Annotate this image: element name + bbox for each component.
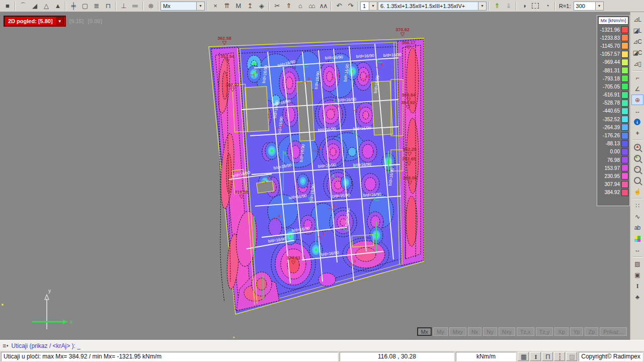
tree-icon[interactable]: ♣	[631, 292, 643, 302]
dimension-10-icon[interactable]: ↔	[631, 244, 643, 255]
dropdown-arrow-icon[interactable]: ▾	[369, 2, 377, 10]
section-toggle-icon[interactable]: Π	[542, 352, 553, 361]
bridge-icon[interactable]: ⌒	[17, 1, 28, 11]
roof-icon[interactable]: ⌂	[294, 1, 305, 11]
result-button-ny[interactable]: Ny	[483, 327, 497, 336]
mesh-box-icon[interactable]: ▢	[79, 1, 90, 11]
view-level-label-0[interactable]: [9.15]	[69, 18, 84, 24]
slope-fill-icon[interactable]: ◢	[29, 1, 40, 11]
angle-icon[interactable]: ∠	[631, 83, 643, 94]
toolbar-separator	[358, 2, 358, 11]
load-combination-combo[interactable]: 6. 1.35xI+1.35xII+1.5xIII+1.35xIV+▾	[378, 2, 487, 11]
axes-frame-icon[interactable]: ⌐	[631, 72, 643, 83]
max-value-marker: 382.97	[225, 82, 239, 87]
zoom-window-icon[interactable]	[631, 175, 643, 186]
target-crosshair-icon[interactable]: ⊕	[631, 95, 643, 105]
diagram-fill-center-icon[interactable]: ◪C	[631, 47, 643, 58]
legend-swatch	[621, 116, 628, 123]
bridge-icon-glyph: ⌒	[20, 3, 26, 9]
diagram-fill-left-icon[interactable]: ◪L	[631, 25, 643, 36]
tower-icon[interactable]: △	[40, 1, 51, 11]
close-circle-icon[interactable]: ⊗	[145, 1, 156, 11]
undo-icon[interactable]: ↶	[333, 1, 344, 11]
import-report-icon[interactable]: ⇑	[491, 1, 502, 11]
diagram-line-center-icon[interactable]: ⊿C	[631, 36, 643, 47]
support-icon[interactable]: ⊥	[118, 1, 129, 11]
diagram-line-left-icon[interactable]: ⊿L	[631, 14, 643, 25]
polyline-icon[interactable]: ∿	[631, 211, 643, 222]
diagram-legend-icon[interactable]: ⊿▯	[631, 58, 643, 69]
scale-combo[interactable]: 300▾	[574, 2, 604, 11]
result-type-combo[interactable]: Mx▾	[160, 2, 205, 11]
rotate-view-icon[interactable]: ◔	[541, 1, 552, 11]
frame-icon[interactable]: ⊓	[102, 1, 113, 11]
text-abc-icon[interactable]: ab	[631, 222, 643, 233]
ibeam-toggle-icon[interactable]: I	[530, 352, 541, 361]
redo-icon[interactable]: ↷	[345, 1, 356, 11]
stairs-icon-glyph: ≣	[94, 3, 99, 9]
export-report-icon[interactable]: ⇓	[503, 1, 514, 11]
zoom-out-icon[interactable]: −	[631, 164, 643, 174]
hatch-square-icon[interactable]: ▨	[631, 258, 643, 269]
view-2d-button[interactable]: 2D pogled: [5.80]▼	[4, 16, 65, 26]
result-button-yp[interactable]: Yp	[570, 327, 584, 336]
delete-mesh-icon[interactable]: ×	[209, 1, 220, 11]
result-button-nx[interactable]: Nx	[468, 327, 481, 336]
max-value-marker: 374.63	[286, 255, 300, 260]
dropdown-arrow-icon[interactable]: ▾	[196, 2, 204, 10]
view-level-label-1[interactable]: [0.00]	[88, 18, 102, 24]
result-button-my[interactable]: My	[433, 327, 448, 336]
result-button-nxy[interactable]: Nxy	[499, 327, 515, 336]
dimension-icon[interactable]: ↔	[631, 106, 643, 116]
zoom-extents-icon[interactable]: ▲	[631, 142, 643, 152]
drawing-canvas[interactable]: y x 362.58357.54382.97370.62356.17383.84…	[0, 12, 630, 340]
info-icon[interactable]: i	[631, 117, 643, 127]
result-button-tzy[interactable]: Tz,y	[536, 327, 553, 336]
contrast-icon[interactable]: ◑	[518, 1, 529, 11]
legend-entry: 230.95	[598, 172, 628, 180]
i-beam-icon[interactable]: I	[631, 281, 643, 291]
raise-double-icon[interactable]: ⇈	[221, 1, 232, 11]
raise-point-icon[interactable]: ↥	[244, 1, 255, 11]
command-prompt[interactable]: Uticaji (prikaz / <krAj> ): _	[12, 342, 80, 349]
moment-contour-plot[interactable]: y x 362.58357.54382.97370.62356.17383.84…	[0, 12, 630, 340]
mode-shape-icon[interactable]: M	[232, 1, 244, 11]
panel-icon[interactable]: ■	[2, 1, 13, 11]
move-icon[interactable]: +	[631, 128, 643, 138]
delete-mesh-icon-glyph: ×	[213, 3, 216, 9]
legend-swatch	[621, 140, 628, 147]
result-button-xp[interactable]: Xp	[554, 327, 568, 336]
scale-label: R=1:	[559, 3, 571, 9]
roofs-icon[interactable]: ⌂⌂	[306, 1, 317, 11]
dropdown-arrow-icon[interactable]: ▾	[595, 2, 603, 10]
command-line[interactable]: ≡▾ Uticaji (prikaz / <krAj> ): _	[0, 340, 644, 351]
renumber-icon[interactable]: ∷	[631, 200, 643, 211]
command-history-icon[interactable]: ≡▾	[3, 342, 9, 349]
numbered-list-icon[interactable]: ≔	[129, 1, 140, 11]
axis-toggle-icon[interactable]: ┆	[554, 352, 565, 361]
level-combo[interactable]: 1▾	[360, 2, 377, 11]
hatch-toggle-icon[interactable]: ▨	[566, 352, 577, 361]
selection-rect-icon[interactable]	[530, 1, 541, 11]
dropdown-arrow-icon[interactable]: ▼	[56, 17, 64, 25]
shield-icon[interactable]: ◈	[256, 1, 267, 11]
stairs-icon[interactable]: ≣	[91, 1, 102, 11]
rebar-mark: 3	[359, 106, 361, 110]
box-3d-icon[interactable]: ▣	[631, 269, 643, 280]
color-palette-icon[interactable]	[631, 233, 643, 244]
mesh-toggle-icon[interactable]: ▦	[518, 352, 529, 361]
result-button-zp[interactable]: Zp	[585, 327, 598, 336]
result-button-mx[interactable]: Mx	[417, 327, 432, 336]
beam-grid-icon[interactable]: ╪	[67, 1, 78, 11]
toolbar-separator	[632, 140, 642, 140]
chevrons-icon[interactable]: ∧∧	[317, 1, 329, 11]
result-button-tzx[interactable]: Tz,x	[517, 327, 534, 336]
pan-hand-icon[interactable]: ☝	[631, 186, 643, 197]
arrow-up-icon[interactable]: ⇑	[283, 1, 294, 11]
scissors-icon[interactable]: ✂	[271, 1, 282, 11]
dropdown-arrow-icon[interactable]: ▾	[478, 2, 486, 10]
tower-load-icon[interactable]: ▲	[52, 1, 63, 11]
result-button-prikaz[interactable]: Prikaz...	[600, 327, 627, 336]
result-button-mxy[interactable]: Mxy	[449, 327, 466, 336]
zoom-in-icon[interactable]: +	[631, 153, 643, 163]
